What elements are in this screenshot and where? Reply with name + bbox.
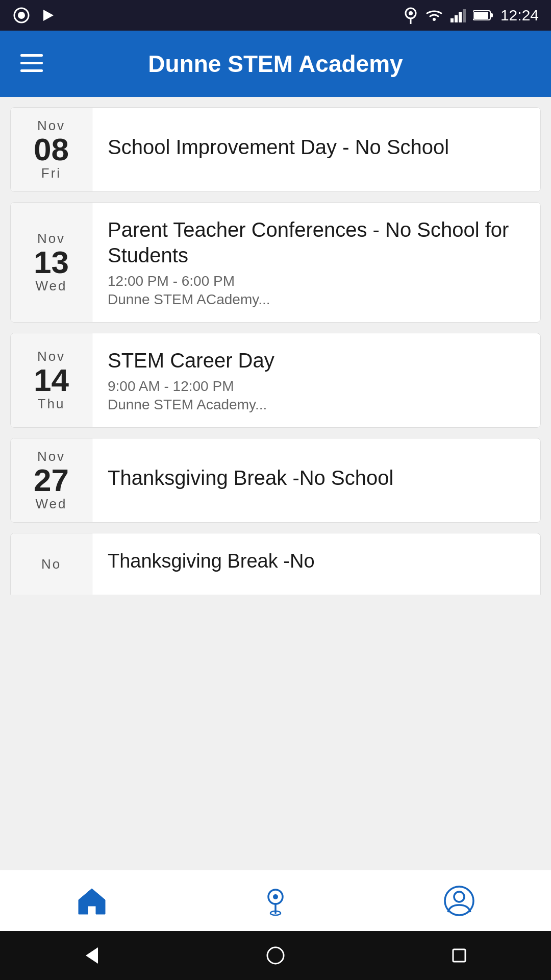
event-weekday-2: Wed	[36, 278, 67, 294]
status-time: 12:24	[500, 7, 539, 24]
svg-rect-12	[474, 12, 488, 19]
event-time-3: 9:00 AM - 12:00 PM	[108, 378, 525, 395]
nav-location-button[interactable]	[184, 870, 367, 931]
event-day-1: 08	[34, 134, 69, 165]
event-date-3: Nov 14 Thu	[11, 333, 92, 427]
event-day-4: 27	[34, 464, 69, 496]
app-header: Dunne STEM Academy	[0, 31, 551, 97]
page-title: Dunne STEM Academy	[148, 50, 403, 78]
status-bar: 12:24	[0, 0, 551, 31]
home-icon	[76, 885, 108, 917]
android-back-button[interactable]	[82, 945, 102, 966]
map-icon	[259, 885, 292, 917]
event-month-5: No	[41, 556, 61, 572]
svg-rect-7	[450, 18, 454, 22]
event-card-3[interactable]: Nov 14 Thu STEM Career Day 9:00 AM - 12:…	[10, 333, 541, 428]
event-date-2: Nov 13 Wed	[11, 203, 92, 322]
svg-point-6	[433, 18, 436, 21]
svg-rect-10	[463, 9, 466, 22]
status-bar-left	[12, 6, 57, 24]
battery-icon	[473, 10, 493, 21]
event-weekday-4: Wed	[36, 496, 67, 512]
event-title-4: Thanksgiving Break -No School	[108, 465, 525, 491]
svg-point-23	[454, 892, 464, 902]
circle-icon	[12, 6, 31, 24]
event-content-5: Thanksgiving Break -No	[92, 533, 540, 595]
profile-icon	[443, 885, 475, 917]
svg-point-19	[273, 894, 278, 899]
svg-marker-24	[86, 947, 98, 964]
event-title-1: School Improvement Day - No School	[108, 134, 525, 160]
svg-rect-14	[20, 54, 43, 57]
signal-icon	[450, 8, 466, 22]
play-icon	[39, 6, 57, 24]
event-location-2: Dunne STEM ACademy...	[108, 291, 525, 308]
android-recents-button[interactable]	[449, 945, 469, 966]
svg-point-25	[267, 947, 284, 964]
svg-marker-2	[43, 10, 54, 21]
svg-point-1	[18, 12, 25, 19]
event-card-2[interactable]: Nov 13 Wed Parent Teacher Conferences - …	[10, 202, 541, 323]
nav-profile-button[interactable]	[367, 870, 551, 931]
svg-rect-13	[490, 13, 493, 17]
event-date-4: Nov 27 Wed	[11, 438, 92, 522]
event-content-2: Parent Teacher Conferences - No School f…	[92, 203, 540, 322]
android-nav-bar	[0, 931, 551, 980]
event-date-1: Nov 08 Fri	[11, 108, 92, 191]
event-content-3: STEM Career Day 9:00 AM - 12:00 PM Dunne…	[92, 333, 540, 427]
event-content-4: Thanksgiving Break -No School	[92, 438, 540, 522]
svg-rect-17	[89, 907, 95, 914]
menu-button[interactable]	[16, 50, 47, 78]
svg-point-4	[409, 11, 413, 15]
location-status-icon	[404, 7, 418, 24]
event-card-5-partial[interactable]: No Thanksgiving Break -No	[10, 533, 541, 595]
nav-home-button[interactable]	[0, 870, 184, 931]
svg-rect-26	[453, 949, 465, 962]
svg-rect-9	[459, 12, 462, 22]
event-day-3: 14	[34, 364, 69, 396]
event-day-2: 13	[34, 247, 69, 278]
svg-rect-16	[20, 69, 43, 72]
bottom-navigation	[0, 870, 551, 931]
event-title-2: Parent Teacher Conferences - No School f…	[108, 217, 525, 268]
event-weekday-3: Thu	[38, 396, 65, 412]
event-date-5: No	[11, 533, 92, 595]
events-list: Nov 08 Fri School Improvement Day - No S…	[0, 97, 551, 717]
event-card-1[interactable]: Nov 08 Fri School Improvement Day - No S…	[10, 107, 541, 192]
wifi-icon	[425, 8, 443, 22]
event-content-1: School Improvement Day - No School	[92, 108, 540, 191]
svg-rect-8	[455, 15, 458, 22]
status-bar-right: 12:24	[404, 7, 539, 24]
event-title-3: STEM Career Day	[108, 348, 525, 373]
event-title-5: Thanksgiving Break -No	[108, 549, 525, 574]
event-location-3: Dunne STEM Academy...	[108, 397, 525, 413]
event-weekday-1: Fri	[41, 165, 61, 181]
android-home-button[interactable]	[265, 945, 286, 966]
event-card-4[interactable]: Nov 27 Wed Thanksgiving Break -No School	[10, 438, 541, 523]
event-time-2: 12:00 PM - 6:00 PM	[108, 273, 525, 289]
svg-rect-15	[20, 62, 43, 64]
